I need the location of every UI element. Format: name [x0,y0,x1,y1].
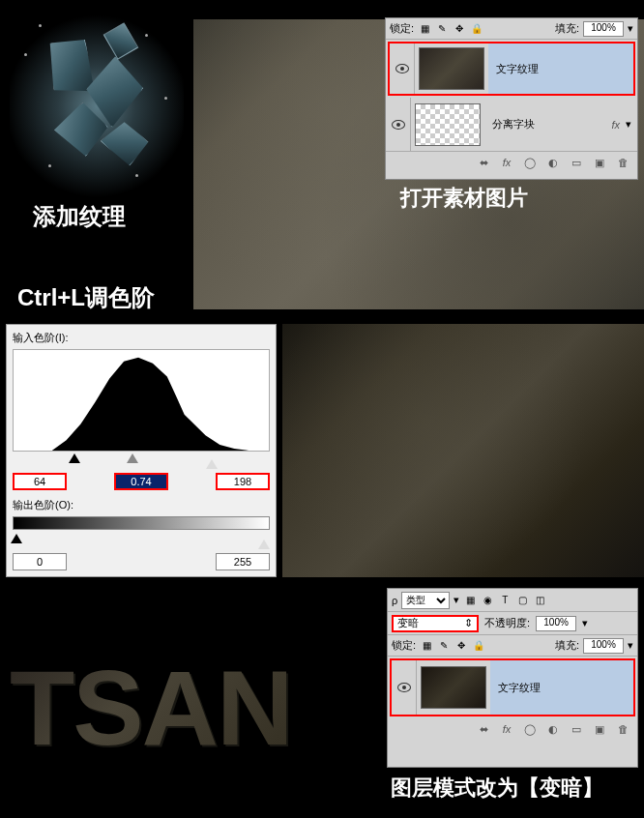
adjustment-icon[interactable]: ◐ [546,722,560,736]
adjustment-icon[interactable]: ◐ [546,156,560,169]
trash-icon[interactable]: 🗑 [616,722,629,736]
fx-icon[interactable]: fx [500,156,513,169]
eye-icon [392,120,405,130]
shadow-slider[interactable] [69,453,80,463]
eye-icon [395,64,409,73]
shard-artwork [10,10,184,203]
layer-panel-footer-2: ⬌ fx ◯ ◐ ▭ ▣ 🗑 [388,718,637,740]
mask-icon[interactable]: ◯ [523,156,537,169]
caption-blend-mode: 图层模式改为【变暗】 [391,774,603,803]
highlight-slider[interactable] [206,453,218,469]
fill-label: 填充: [555,638,579,653]
layer-list: 文字纹理 分离字块 fx ▾ [386,42,637,152]
filter-adjust-icon[interactable]: ◉ [481,594,494,607]
visibility-toggle[interactable] [392,660,417,715]
link-icon[interactable]: ⬌ [477,722,490,736]
layer-name[interactable]: 分离字块 [484,98,611,151]
caption-ctrl-l-levels: Ctrl+L调色阶 [17,282,155,313]
lock-transparent-icon[interactable]: ▦ [418,22,431,36]
input-slider-track[interactable] [13,453,270,467]
type-filter-select[interactable]: 类型 [401,592,450,609]
visibility-toggle[interactable] [390,44,415,94]
filter-text-icon[interactable]: T [498,594,512,607]
layer-row-text-texture[interactable]: 文字纹理 [388,42,635,96]
caption-open-material: 打开素材图片 [400,184,528,213]
lock-fill-row-2: 锁定: ▦ ✎ ✥ 🔒 填充: 100% ▾ [388,635,637,657]
lock-all-icon[interactable]: 🔒 [470,22,483,36]
new-layer-icon[interactable]: ▣ [593,156,606,169]
lock-paint-icon[interactable]: ✎ [435,22,449,36]
output-gradient[interactable] [13,516,270,530]
layers-panel-bottom: ρ 类型 ▾ ▦ ◉ T ▢ ◫ 变暗 ⇕ 不透明度: 100% ▾ 锁定: ▦… [387,588,638,768]
chevron-down-icon: ⇕ [464,617,473,629]
levels-dialog: 输入色阶(I): 输出色阶(O): [6,324,277,577]
chevron-down-icon[interactable]: ▾ [454,594,459,606]
output-low-slider[interactable] [11,534,22,543]
fill-input[interactable]: 100% [583,21,624,37]
stencil-text: TSAN [10,646,377,781]
fill-input[interactable]: 100% [583,638,624,654]
section-add-texture: 添加纹理 Ctrl+L调色阶 锁定: ▦ ✎ ✥ 🔒 填充: 100% ▾ 文字… [0,0,644,319]
group-icon[interactable]: ▭ [570,156,583,169]
lock-transparent-icon[interactable]: ▦ [420,639,433,653]
new-layer-icon[interactable]: ▣ [593,722,606,736]
lock-move-icon[interactable]: ✥ [454,639,468,653]
section-levels: 输入色阶(I): 输出色阶(O): [0,324,644,583]
layer-thumbnail[interactable] [421,666,486,709]
layer-panel-footer: ⬌ fx ◯ ◐ ▭ ▣ 🗑 [386,152,637,173]
opacity-input[interactable]: 100% [536,616,576,631]
layer-name[interactable]: 文字纹理 [490,660,633,715]
lock-paint-icon[interactable]: ✎ [437,639,451,653]
layer-name[interactable]: 文字纹理 [488,44,633,94]
visibility-toggle[interactable] [386,98,411,151]
layer-row-split-blocks[interactable]: 分离字块 fx ▾ [386,98,637,152]
output-high-slider[interactable] [258,534,270,549]
lock-fill-row: 锁定: ▦ ✎ ✥ 🔒 填充: 100% ▾ [386,18,637,40]
caption-add-texture: 添加纹理 [33,201,126,232]
lock-label: 锁定: [390,21,414,36]
chevron-down-icon[interactable]: ▾ [628,22,633,35]
blend-mode-select[interactable]: 变暗 ⇕ [392,615,479,632]
shadow-input[interactable] [13,473,67,490]
filter-shape-icon[interactable]: ▢ [515,594,529,607]
input-levels-label: 输入色阶(I): [13,331,270,345]
section-blend-mode: TSAN TSAN ρ 类型 ▾ ▦ ◉ T ▢ ◫ 变暗 ⇕ 不透明度: 10… [0,588,644,818]
filter-icon[interactable]: ρ [392,595,397,606]
highlight-input[interactable] [216,473,270,490]
layer-list-2: 文字纹理 [388,658,637,716]
chevron-down-icon[interactable]: ▾ [628,639,633,652]
input-values-row [13,473,270,490]
lock-move-icon[interactable]: ✥ [453,22,466,36]
layer-row-text-texture-2[interactable]: 文字纹理 [390,658,635,716]
fx-icon[interactable]: fx [500,722,513,736]
eye-icon [397,683,411,692]
output-low-input[interactable] [13,553,67,570]
texture-preview-2 [282,324,644,577]
group-icon[interactable]: ▭ [570,722,583,736]
layers-panel-top: 锁定: ▦ ✎ ✥ 🔒 填充: 100% ▾ 文字纹理 分离字块 fx ▾ [385,17,638,180]
chevron-down-icon[interactable]: ▾ [626,118,637,131]
blend-opacity-row: 变暗 ⇕ 不透明度: 100% ▾ [388,612,637,635]
type-filter-row: ρ 类型 ▾ ▦ ◉ T ▢ ◫ [388,589,637,612]
output-slider-track[interactable] [13,534,270,547]
mask-icon[interactable]: ◯ [523,722,537,736]
link-icon[interactable]: ⬌ [477,156,490,169]
output-high-input[interactable] [216,553,270,570]
filter-pixel-icon[interactable]: ▦ [463,594,477,607]
filter-smart-icon[interactable]: ◫ [533,594,546,607]
histogram [13,349,270,452]
output-levels-label: 输出色阶(O): [13,498,270,512]
layer-thumbnail[interactable] [415,103,481,146]
lock-label: 锁定: [392,638,416,653]
chevron-down-icon[interactable]: ▾ [582,617,588,629]
fx-badge[interactable]: fx [611,119,626,131]
fill-label: 填充: [555,21,579,36]
blend-mode-value: 变暗 [397,616,419,630]
output-values-row [13,553,270,570]
gamma-slider[interactable] [127,453,138,463]
layer-thumbnail[interactable] [419,47,484,90]
trash-icon[interactable]: 🗑 [616,156,629,169]
opacity-label: 不透明度: [484,616,530,630]
gamma-input[interactable] [114,473,168,490]
lock-all-icon[interactable]: 🔒 [472,639,485,653]
